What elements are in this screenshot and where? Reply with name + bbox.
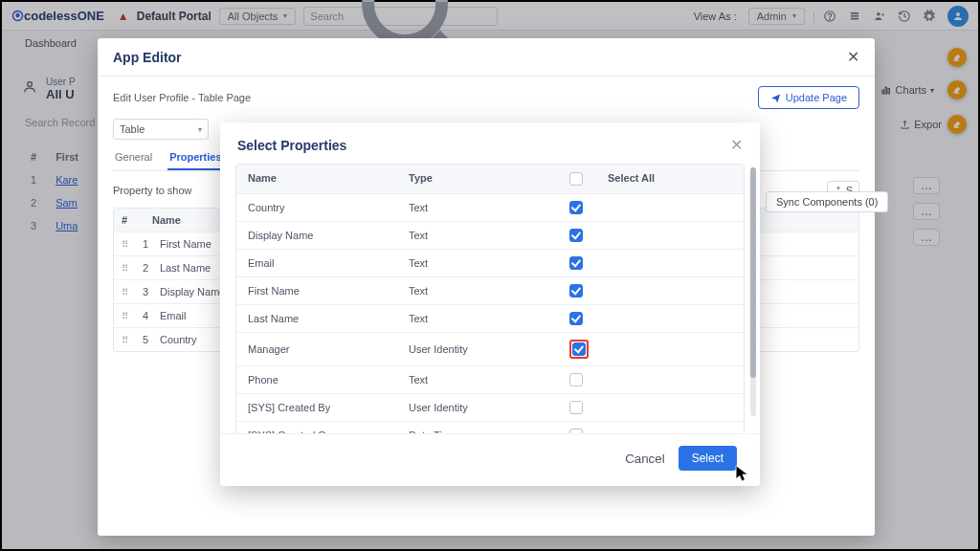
row-name: Last Name (248, 313, 409, 324)
row-type: Date Time (409, 430, 569, 433)
sp-row[interactable]: CountryText (236, 193, 744, 221)
row-name: Email (248, 257, 409, 269)
sp-row[interactable]: Last NameText (236, 304, 744, 332)
row-checkbox[interactable] (569, 429, 583, 433)
sp-table: Name Type Select All CountryTextDisplay … (235, 164, 745, 433)
sync-components-button[interactable]: Sync Components (0) (766, 191, 888, 212)
tab-general[interactable]: General (113, 145, 154, 170)
select-all-label: Select All (608, 172, 655, 186)
close-icon[interactable]: ✕ (847, 48, 859, 66)
sp-row[interactable]: EmailText (236, 249, 744, 276)
row-type: Text (409, 202, 569, 213)
row-type: Text (409, 313, 569, 324)
sp-title: Select Properties (237, 138, 346, 153)
row-type: Text (409, 257, 569, 269)
sp-row[interactable]: [SYS] Created ByUser Identity (236, 393, 744, 421)
row-checkbox[interactable] (569, 201, 583, 214)
row-name: Country (248, 202, 409, 213)
scrollbar[interactable] (750, 167, 756, 416)
col-name: Name (248, 172, 409, 186)
row-name: Display Name (248, 230, 409, 241)
sp-row[interactable]: Display NameText (236, 221, 744, 249)
col-type: Type (409, 172, 569, 186)
row-name: [SYS] Created By (248, 402, 409, 413)
property-label: Property to show (113, 185, 192, 196)
row-name: [SYS] Created On (248, 430, 409, 433)
row-type: User Identity (409, 402, 569, 413)
close-icon[interactable]: ✕ (730, 136, 743, 154)
sp-row[interactable]: PhoneText (236, 365, 744, 393)
row-checkbox[interactable] (572, 342, 586, 356)
sp-row[interactable]: [SYS] Created OnDate Time (236, 421, 744, 433)
row-type: User Identity (409, 343, 569, 355)
view-type-select[interactable]: Table▾ (113, 119, 209, 140)
row-name: Phone (248, 374, 409, 386)
row-type: Text (409, 285, 569, 297)
select-all-checkbox[interactable] (569, 172, 583, 186)
row-checkbox[interactable] (569, 229, 583, 242)
select-button[interactable]: Select (679, 446, 737, 471)
row-checkbox[interactable] (569, 284, 583, 298)
row-checkbox[interactable] (569, 373, 583, 386)
row-type: Text (409, 374, 569, 386)
row-checkbox[interactable] (569, 401, 583, 414)
row-type: Text (409, 230, 569, 241)
breadcrumb: Edit User Profile - Table Page (113, 92, 251, 103)
row-name: Manager (248, 343, 409, 355)
editor-title: App Editor (113, 50, 182, 65)
row-checkbox[interactable] (569, 312, 583, 325)
row-checkbox[interactable] (569, 256, 583, 270)
row-name: First Name (248, 285, 409, 297)
cancel-button[interactable]: Cancel (625, 452, 665, 466)
sp-row[interactable]: ManagerUser Identity (236, 332, 744, 365)
update-page-button[interactable]: Update Page (758, 86, 859, 109)
sp-row[interactable]: First NameText (236, 276, 744, 304)
select-properties-modal: Select Properties ✕ Name Type Select All… (220, 122, 760, 486)
tab-properties[interactable]: Properties (167, 145, 223, 170)
